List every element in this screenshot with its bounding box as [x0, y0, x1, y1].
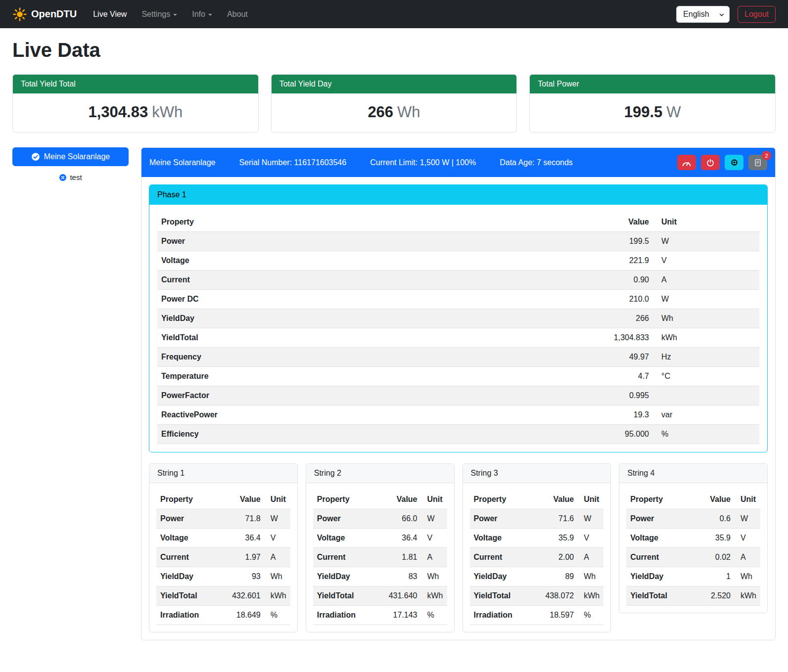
cell-val: 1	[698, 567, 735, 586]
string-card-body: Property Value Unit Power66.0WVoltage36.…	[306, 483, 454, 632]
cell-unit: W	[421, 509, 447, 529]
cell-unit: Wh	[735, 567, 760, 586]
cell-val: 66.0	[385, 509, 421, 529]
string-card-4: String 4 Property Value Unit	[619, 463, 768, 613]
cell-unit: V	[735, 529, 760, 548]
column-header-unit: Unit	[735, 490, 760, 509]
nav-about[interactable]: About	[220, 6, 255, 23]
inverter-actions: 2	[677, 155, 767, 170]
brand-link[interactable]: OpenDTU	[12, 7, 77, 22]
table-row: YieldDay93Wh	[156, 567, 290, 586]
cell-val: 4.7	[454, 367, 653, 386]
cell-val: 1.97	[228, 548, 265, 567]
cell-prop: Irradiation	[313, 606, 385, 625]
journal-icon	[754, 159, 762, 167]
cell-unit: kWh	[421, 586, 447, 606]
cell-unit: A	[265, 548, 290, 567]
cell-prop: Current	[313, 548, 385, 567]
check-circle-icon	[31, 152, 40, 161]
nav-settings-dropdown[interactable]: Settings	[134, 6, 185, 23]
cell-prop: YieldDay	[157, 309, 454, 328]
string-table: Property Value Unit Power71.6WVoltage35.…	[470, 490, 604, 625]
table-row: YieldTotal432.601kWh	[156, 586, 290, 606]
nav-live-view-label: Live View	[93, 10, 127, 19]
card-header: Total Yield Day	[272, 75, 517, 93]
cell-prop: Power	[470, 509, 542, 529]
column-header-unit: Unit	[578, 490, 603, 509]
device-info-button[interactable]	[725, 155, 743, 170]
cell-unit: %	[265, 606, 290, 625]
cell-val: 210.0	[454, 290, 653, 309]
inverter-card: Meine Solaranlage Serial Number: 1161716…	[141, 147, 776, 640]
table-header-row: Property Value Unit	[626, 490, 760, 509]
cell-val: 95.000	[454, 425, 653, 444]
table-row: Irradiation18.597%	[470, 606, 604, 625]
string-card-body: Property Value Unit Power71.8WVoltage36.…	[149, 483, 297, 632]
table-row: PowerFactor0.995	[157, 386, 759, 405]
cell-unit: °C	[653, 367, 759, 386]
phase-panel: Phase 1 Property Value Unit Power199.5WV…	[149, 184, 768, 452]
cell-unit: A	[421, 548, 447, 567]
column-header-value: Value	[454, 213, 653, 232]
cell-unit	[653, 386, 759, 405]
cell-prop: Irradiation	[156, 606, 228, 625]
cell-unit: kWh	[653, 328, 759, 348]
inverter-select-button[interactable]: Meine Solaranlage	[12, 147, 129, 166]
logout-button[interactable]: Logout	[738, 6, 776, 23]
cell-unit: kWh	[735, 586, 760, 606]
cell-prop: Efficiency	[157, 425, 454, 444]
cell-prop: Current	[157, 270, 454, 290]
chevron-down-icon	[173, 14, 177, 16]
nav-about-label: About	[227, 10, 248, 19]
total-yield-day-unit: Wh	[397, 103, 420, 121]
sun-logo-icon	[12, 7, 27, 22]
card-total-yield-total: Total Yield Total 1,304.83kWh	[12, 74, 259, 133]
summary-cards: Total Yield Total 1,304.83kWh Total Yiel…	[12, 74, 776, 133]
inverter-name: Meine Solaranlage	[149, 158, 215, 167]
table-row: Voltage36.4V	[156, 529, 290, 548]
table-row: Current0.02A	[626, 548, 760, 567]
cell-val: 1,304.833	[454, 328, 653, 348]
cell-unit: W	[653, 290, 759, 309]
main-content: Live Data Total Yield Total 1,304.83kWh …	[0, 28, 788, 654]
table-row: YieldDay1Wh	[626, 567, 760, 586]
nav-live-view[interactable]: Live View	[86, 6, 134, 23]
cell-prop: Power	[313, 509, 385, 529]
inverter-card-body: Phase 1 Property Value Unit Power199.5WV…	[141, 177, 775, 640]
cell-val: 36.4	[228, 529, 265, 548]
navbar-right: English Logout	[676, 6, 776, 23]
inverter-card-header: Meine Solaranlage Serial Number: 1161716…	[141, 148, 775, 177]
cell-unit: W	[578, 509, 603, 529]
table-row: Current1.97A	[156, 548, 290, 567]
cell-prop: Power	[157, 232, 454, 251]
card-header: Total Yield Total	[13, 75, 258, 93]
cell-val: 71.8	[228, 509, 265, 529]
cell-val: 49.97	[454, 348, 653, 367]
card-value: 199.5W	[530, 93, 775, 132]
table-row: YieldTotal438.072kWh	[470, 586, 604, 606]
table-row: YieldTotal1,304.833kWh	[157, 328, 759, 348]
string-card-title: String 3	[463, 464, 611, 483]
cell-prop: ReactivePower	[157, 405, 454, 425]
language-select[interactable]: English	[676, 6, 730, 23]
column-header-property: Property	[313, 490, 385, 509]
cell-prop: Voltage	[157, 251, 454, 270]
table-row: Irradiation18.649%	[156, 606, 290, 625]
cell-unit: %	[578, 606, 603, 625]
event-log-button[interactable]: 2	[748, 155, 767, 170]
inverter-select-label: Meine Solaranlage	[44, 152, 110, 161]
cell-val: 0.995	[454, 386, 653, 405]
power-toggle-button[interactable]	[701, 155, 720, 170]
cell-unit: var	[653, 405, 759, 425]
cell-val: 18.597	[541, 606, 578, 625]
cell-val: 71.6	[541, 509, 578, 529]
total-yield-day-value: 266	[368, 103, 393, 121]
inverter-item-test[interactable]: test	[12, 173, 129, 181]
limit-settings-button[interactable]	[677, 155, 696, 170]
column-header-property: Property	[157, 213, 454, 232]
cell-val: 266	[454, 309, 653, 328]
cell-unit: Hz	[653, 348, 759, 367]
table-row: Power66.0W	[313, 509, 447, 529]
table-row: YieldDay89Wh	[470, 567, 604, 586]
nav-info-dropdown[interactable]: Info	[185, 6, 220, 23]
